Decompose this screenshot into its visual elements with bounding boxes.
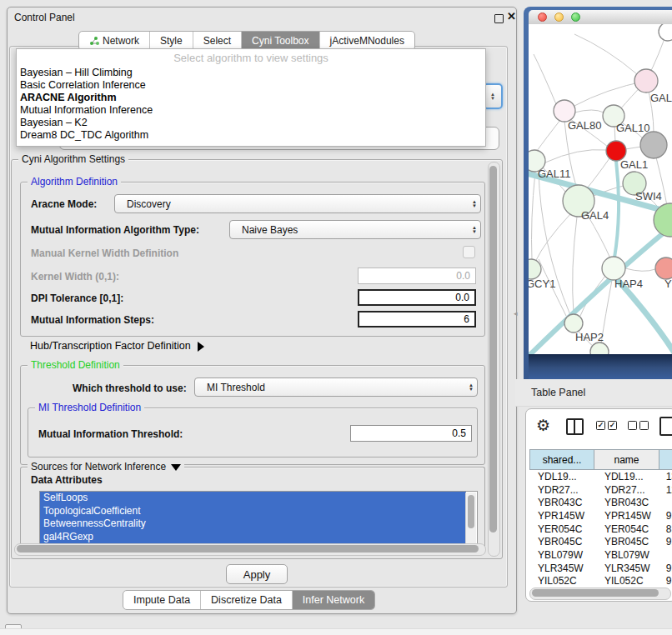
tab-network[interactable]: Network: [79, 32, 149, 50]
mi-type-label: Mutual Information Algorithm Type:: [31, 224, 199, 236]
tab-jactivemnodules[interactable]: jActiveMNodules: [319, 32, 414, 50]
which-threshold-combo[interactable]: MI Threshold ▲▼: [194, 378, 478, 397]
tab-select[interactable]: Select: [193, 32, 241, 50]
close-icon[interactable]: ✕: [507, 10, 516, 22]
gear-icon[interactable]: ⚙: [536, 416, 550, 435]
apply-button[interactable]: Apply: [226, 564, 288, 584]
table-cell: 13: [664, 471, 672, 482]
settings-horizontal-scrollbar-thumb[interactable]: [17, 545, 479, 552]
sources-toggle[interactable]: Sources for Network Inference: [28, 461, 184, 472]
tab-discretize-data[interactable]: Discretize Data: [200, 591, 292, 609]
network-edge-highlighted: [617, 279, 672, 354]
status-bar: [0, 628, 672, 635]
algorithm-option[interactable]: Dream8 DC_TDC Algorithm: [17, 129, 485, 142]
network-edge: [573, 217, 577, 314]
sources-group: Sources for Network Inference Data Attri…: [20, 467, 485, 554]
table-cell: 9.: [664, 510, 672, 522]
table-cell: 9.: [664, 562, 672, 574]
table-cell: 9.: [664, 536, 672, 548]
table-row[interactable]: YBR043CYBR043C: [529, 496, 672, 509]
table-cell: YLR345W: [596, 562, 664, 574]
page-icon[interactable]: [659, 417, 672, 436]
tab-impute-data[interactable]: Impute Data: [123, 591, 200, 609]
kernel-width-label: Kernel Width (0,1):: [31, 271, 119, 282]
network-graph: GALGAL80GAL10GAL1GAL11SWI4GAL4GCY1HAP4YH…: [529, 24, 672, 354]
tab-cyni-toolbox-label: Cyni Toolbox: [252, 35, 308, 47]
table-row[interactable]: YDL19...YDL19...13: [529, 470, 672, 483]
table-body: YDL19...YDL19...13YDR27...YDR27...12YBR0…: [529, 470, 672, 588]
node-salmon[interactable]: [655, 258, 672, 279]
node-gal10-label: GAL10: [616, 122, 649, 134]
node-gal7[interactable]: [634, 69, 658, 92]
cyni-algorithm-settings-group: Cyni Algorithm Settings Algorithm Defini…: [11, 159, 503, 559]
table-row[interactable]: YPR145WYPR145W9.: [529, 509, 672, 522]
checked-checkbox-icon[interactable]: ✓: [608, 421, 617, 430]
aracne-mode-combo[interactable]: Discovery ▲▼: [114, 194, 481, 213]
tab-infer-network[interactable]: Infer Network: [292, 591, 374, 609]
table-row[interactable]: YIL052CYIL052C9: [529, 575, 672, 588]
mi-type-value: Naive Bayes: [242, 224, 298, 236]
network-window-titlebar[interactable]: [529, 10, 672, 25]
kernel-width-field[interactable]: 0.0: [358, 268, 476, 284]
settings-vertical-scrollbar[interactable]: [488, 162, 500, 557]
table-cell: YBR043C: [529, 497, 596, 508]
attributes-scrollbar-thumb[interactable]: [468, 495, 474, 528]
node-gal11-label: GAL11: [538, 168, 571, 180]
column-header[interactable]: name: [594, 449, 659, 470]
algorithm-option[interactable]: Mutual Information Inference: [17, 104, 485, 117]
mi-type-combo[interactable]: Naive Bayes ▲▼: [229, 220, 481, 239]
mi-steps-field[interactable]: 6: [358, 311, 476, 328]
attributes-scrollbar[interactable]: [465, 492, 476, 546]
node-gray[interactable]: [640, 132, 667, 158]
split-view-icon[interactable]: [566, 418, 584, 435]
unchecked-checkbox-icon[interactable]: [628, 421, 637, 430]
float-panel-icon[interactable]: [494, 14, 504, 23]
settings-vertical-scrollbar-thumb[interactable]: [489, 166, 497, 532]
table-horizontal-scrollbar[interactable]: [529, 588, 671, 600]
tab-style[interactable]: Style: [149, 32, 193, 50]
algorithm-option[interactable]: Basic Correlation Inference: [17, 79, 485, 92]
close-traffic-light[interactable]: [538, 12, 547, 22]
algorithm-option[interactable]: Bayesian – K2: [17, 117, 485, 129]
node-top-partial[interactable]: [659, 24, 672, 41]
dpi-tolerance-field[interactable]: 0.0: [358, 289, 476, 306]
node-gal7-label: GAL: [650, 92, 672, 104]
tab-cyni-toolbox[interactable]: Cyni Toolbox: [241, 32, 318, 50]
algorithm-dropdown-popup: Select algorithm to view settings Bayesi…: [16, 48, 486, 147]
settings-horizontal-scrollbar[interactable]: [14, 543, 486, 556]
data-attribute-item[interactable]: TopologicalCoefficient: [40, 505, 466, 518]
node-gcy1[interactable]: [529, 259, 541, 279]
minimize-traffic-light[interactable]: [554, 12, 564, 22]
manual-kernel-checkbox[interactable]: [463, 246, 475, 258]
expand-arrow-icon: [171, 464, 181, 471]
column-header[interactable]: [659, 449, 672, 470]
checked-checkbox-icon[interactable]: ✓: [596, 421, 605, 430]
algorithm-option[interactable]: ARACNE Algorithm: [17, 92, 485, 104]
data-attribute-item[interactable]: gal4RGexp: [40, 531, 466, 544]
data-attribute-item[interactable]: BetweennessCentrality: [40, 518, 466, 531]
node-bottom-partial[interactable]: [590, 342, 609, 354]
node-hap4[interactable]: [602, 257, 625, 280]
mi-threshold-field[interactable]: 0.5: [350, 425, 472, 442]
table-row[interactable]: YLR345WYLR345W9.: [529, 562, 672, 575]
table-row[interactable]: YBL079WYBL079W: [529, 548, 672, 562]
network-canvas[interactable]: GALGAL80GAL10GAL1GAL11SWI4GAL4GCY1HAP4YH…: [529, 24, 672, 354]
table-row[interactable]: YDR27...YDR27...12: [529, 483, 672, 497]
algorithm-option[interactable]: Bayesian – Hill Climbing: [17, 67, 485, 79]
table-cell: YDL19...: [596, 471, 664, 482]
column-header[interactable]: shared...: [529, 449, 594, 470]
control-panel-window: Control Panel ✕ Network Style Select Cyn…: [7, 7, 517, 614]
node-hap2[interactable]: [564, 314, 583, 332]
unchecked-checkbox-icon[interactable]: [639, 421, 649, 430]
hub-definition-toggle[interactable]: Hub/Transcription Factor Definition: [30, 340, 204, 352]
data-attribute-item[interactable]: SelfLoops: [40, 492, 466, 505]
node-gal80-label: GAL80: [568, 119, 601, 132]
desktop: Control Panel ✕ Network Style Select Cyn…: [0, 0, 672, 635]
table-row[interactable]: YBR045CYBR045C9.: [529, 535, 672, 548]
table-header-row: shared...name: [529, 449, 672, 470]
zoom-traffic-light[interactable]: [571, 12, 580, 22]
table-row[interactable]: YER054CYER054C8.: [529, 522, 672, 536]
network-edge: [545, 150, 606, 162]
panel-splitter-handle[interactable]: ◂: [514, 307, 520, 320]
table-horizontal-scrollbar-thumb[interactable]: [532, 589, 659, 597]
